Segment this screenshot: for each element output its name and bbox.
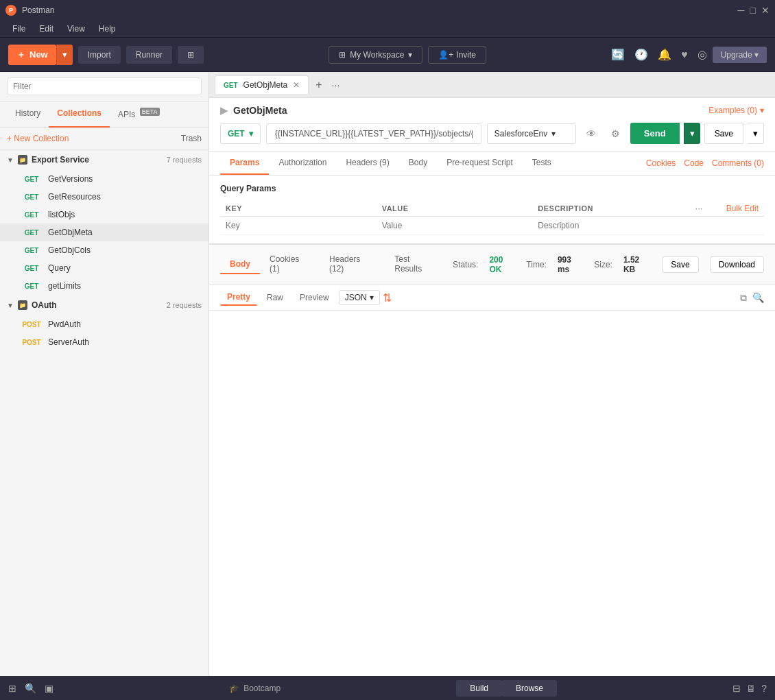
format-pretty-button[interactable]: Pretty: [220, 289, 257, 306]
terminal-icon[interactable]: ▣: [45, 683, 53, 694]
tab-close-button[interactable]: ✕: [293, 80, 300, 90]
tab-getobjmeta[interactable]: GET GetObjMeta ✕: [215, 75, 309, 94]
invite-button[interactable]: 👤+ Invite: [428, 46, 486, 64]
sync-icon[interactable]: 🔄: [611, 48, 625, 61]
collection-name-export: Export Service: [32, 155, 163, 165]
request-item-getversions[interactable]: GET GetVersions: [0, 170, 208, 188]
workspace-button[interactable]: ⊞ My Workspace ▾: [329, 46, 422, 64]
request-item-getresources[interactable]: GET GetResources: [0, 188, 208, 206]
request-item-getlimits[interactable]: GET getLimits: [0, 277, 208, 295]
method-badge-get: GET: [21, 229, 43, 237]
method-badge-get: GET: [21, 176, 43, 183]
save-button[interactable]: Save: [704, 123, 743, 144]
req-tab-authorization[interactable]: Authorization: [269, 152, 336, 175]
comments-link[interactable]: Comments (0): [712, 158, 764, 168]
tab-add-button[interactable]: +: [310, 79, 327, 91]
upgrade-button[interactable]: Upgrade ▾: [713, 47, 767, 63]
maximize-button[interactable]: □: [750, 5, 756, 16]
bottom-tab-browse[interactable]: Browse: [502, 680, 557, 697]
tab-more-button[interactable]: ···: [328, 80, 344, 90]
format-raw-button[interactable]: Raw: [260, 290, 290, 305]
examples-link[interactable]: Examples (0) ▾: [708, 106, 764, 115]
bootcamp-link[interactable]: 🎓 Bootcamp: [229, 684, 281, 693]
value-input[interactable]: [382, 221, 527, 230]
copy-icon[interactable]: ⧉: [740, 292, 747, 304]
layout-split-icon[interactable]: ⊟: [732, 683, 741, 694]
bottom-tab-build[interactable]: Build: [456, 680, 502, 697]
request-item-getobjmeta[interactable]: GET GetObjMeta: [0, 224, 208, 241]
history-icon[interactable]: 🕐: [634, 48, 648, 61]
req-tab-headers[interactable]: Headers (9): [336, 152, 398, 175]
import-button[interactable]: Import: [78, 46, 121, 64]
key-input[interactable]: [226, 221, 371, 230]
desc-input[interactable]: [538, 221, 683, 230]
collection-header-export[interactable]: ▼ 📁 Export Service 7 requests: [0, 149, 208, 170]
tab-apis[interactable]: APIs BETA: [110, 101, 168, 128]
menu-edit[interactable]: Edit: [32, 21, 60, 37]
new-collection-button[interactable]: + New Collection: [7, 134, 69, 143]
title-arrow: ▶: [220, 105, 228, 116]
grid-icon[interactable]: ⊞: [8, 683, 16, 694]
menu-file[interactable]: File: [5, 21, 32, 37]
radar-icon[interactable]: ◎: [698, 48, 707, 61]
app-title: Postman: [22, 5, 54, 15]
request-item-listobjs[interactable]: GET listObjs: [0, 206, 208, 224]
notifications-icon[interactable]: 🔔: [658, 48, 671, 61]
resp-tab-testresults[interactable]: Test Results: [385, 250, 447, 279]
tab-collections[interactable]: Collections: [49, 101, 110, 128]
save-dropdown-button[interactable]: ▾: [748, 123, 764, 144]
tab-history[interactable]: History: [7, 101, 49, 128]
menu-help[interactable]: Help: [92, 21, 123, 37]
bulk-edit-button[interactable]: Bulk Edit: [726, 204, 759, 213]
req-tab-prerequest[interactable]: Pre-request Script: [437, 152, 523, 175]
search-icon[interactable]: 🔍: [752, 292, 764, 304]
heart-icon[interactable]: ♥: [681, 49, 688, 61]
trash-button[interactable]: Trash: [181, 134, 202, 143]
response-save-button[interactable]: Save: [662, 256, 698, 273]
status-label: Status:: [453, 260, 478, 269]
menu-view[interactable]: View: [60, 21, 92, 37]
help-icon[interactable]: ?: [761, 683, 767, 694]
settings-button[interactable]: ⚙: [606, 123, 625, 144]
format-bar: Pretty Raw Preview JSON ▾ ⇅ ⧉ 🔍: [209, 285, 775, 311]
resp-tab-cookies[interactable]: Cookies (1): [260, 250, 320, 279]
minimize-button[interactable]: ─: [738, 5, 745, 16]
request-item-getobjcols[interactable]: GET GetObjCols: [0, 241, 208, 259]
response-section: Body Cookies (1) Headers (12) Test Resul…: [209, 244, 775, 676]
environment-select[interactable]: SalesforceEnv ▾: [487, 123, 576, 144]
req-tab-body[interactable]: Body: [399, 152, 437, 175]
params-more-button[interactable]: ···: [694, 203, 704, 213]
resp-tab-headers[interactable]: Headers (12): [320, 250, 385, 279]
format-type-select[interactable]: JSON ▾: [339, 290, 380, 305]
size-label: Size:: [594, 260, 612, 269]
req-tab-params[interactable]: Params: [220, 152, 269, 175]
collection-header-oauth[interactable]: ▼ 📁 OAuth 2 requests: [0, 295, 208, 315]
monitor-icon[interactable]: 🖥: [746, 683, 756, 694]
download-button[interactable]: Download: [710, 256, 764, 273]
filter-input[interactable]: [7, 77, 202, 95]
request-item-pwdauth[interactable]: POST PwdAuth: [0, 315, 208, 333]
request-name: PwdAuth: [48, 319, 81, 329]
search-bottom-icon[interactable]: 🔍: [25, 683, 36, 694]
layout-button[interactable]: ⊞: [178, 46, 204, 64]
eye-button[interactable]: 👁: [582, 123, 601, 144]
window-controls[interactable]: ─ □ ✕: [738, 5, 770, 16]
resp-tab-body[interactable]: Body: [220, 255, 260, 274]
request-title-row: ▶ GetObjMeta Examples (0) ▾: [220, 105, 764, 116]
request-item-serverauth[interactable]: POST ServerAuth: [0, 333, 208, 351]
send-button[interactable]: Send: [630, 123, 680, 144]
new-button[interactable]: ＋ New: [8, 45, 56, 65]
response-header: Body Cookies (1) Headers (12) Test Resul…: [209, 245, 775, 285]
runner-button[interactable]: Runner: [126, 46, 172, 64]
req-tab-tests[interactable]: Tests: [523, 152, 561, 175]
method-select[interactable]: GET ▾: [220, 123, 261, 144]
url-input[interactable]: [266, 123, 481, 144]
format-chevron: ▾: [370, 293, 374, 302]
format-preview-button[interactable]: Preview: [293, 290, 336, 305]
close-button[interactable]: ✕: [761, 5, 770, 16]
code-link[interactable]: Code: [684, 158, 704, 168]
cookies-link[interactable]: Cookies: [646, 158, 676, 168]
new-dropdown-button[interactable]: ▾: [56, 45, 73, 65]
request-item-query[interactable]: GET Query: [0, 259, 208, 277]
send-dropdown-button[interactable]: ▾: [684, 123, 700, 144]
